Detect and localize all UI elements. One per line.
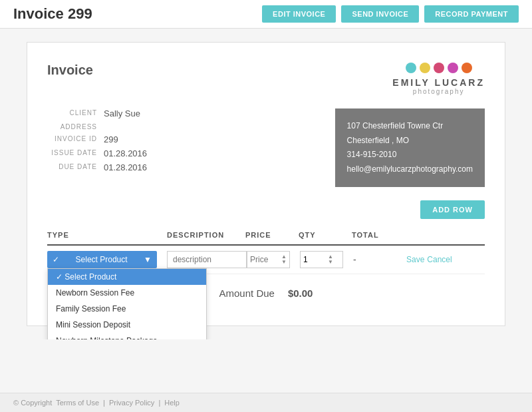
header-qty: QTY [299,231,352,239]
address-line4: hello@emilylucarzphotography.com [347,162,473,177]
total-dash: - [353,254,406,265]
qty-cell: ▲ ▼ [300,251,353,268]
save-link[interactable]: Save [406,255,424,264]
address-line3: 314-915-2010 [347,148,473,162]
type-dropdown-menu: ✓ Select Product Newborn Session Fee Fam… [47,268,207,339]
price-stepper: ▲ ▼ [247,251,290,268]
dropdown-item-newborn-milestone[interactable]: Newborn Milestone Package [48,333,206,339]
price-input[interactable] [250,255,280,264]
header-price: PRICE [245,231,299,239]
address-box: 107 Chesterfield Towne Ctr Chesterfield … [335,108,485,187]
client-info: CLIENT Sally Sue ADDRESS INVOICE ID 299 … [47,108,485,187]
dot-orange [462,63,472,73]
address-field-row: ADDRESS [47,122,147,130]
due-date-value: 01.28.2016 [104,162,147,172]
dropdown-container: ✓ Select Product ▼ ✓ Select Product Newb… [47,251,167,268]
amount-due-value: $0.00 [288,288,313,299]
chevron-down-icon: ▼ [144,255,152,264]
logo-name: EMILY LUCARZ [392,77,485,88]
dropdown-item-mini-session-deposit[interactable]: Mini Session Deposit [48,317,206,333]
logo-area: EMILY LUCARZ photography [392,63,485,95]
invoice-section-title: Invoice [47,63,93,78]
price-cell: ▲ ▼ [247,251,300,268]
due-date-field-row: DUE DATE 01.28.2016 [47,162,147,172]
header-type: TYPE [47,231,167,239]
header-actions [405,231,485,239]
price-down-arrow[interactable]: ▼ [281,260,287,265]
record-payment-button[interactable]: RECORD PAYMENT [424,5,519,23]
table-headers: TYPE DESCRIPTION PRICE QTY TOTAL [47,226,485,246]
dot-yellow [420,63,430,73]
table-row-form: ✓ Select Product ▼ ✓ Select Product Newb… [47,246,485,274]
logo-sub: photography [392,88,485,95]
address-line2: Chesterfield , MO [347,134,473,148]
checkmark-icon: ✓ [53,255,59,264]
logo-dots [392,63,485,73]
invoice-id-value: 299 [104,134,118,144]
header-total: TOTAL [352,231,405,239]
top-bar-actions: EDIT INVOICE SEND INVOICE RECORD PAYMENT [262,5,519,23]
price-stepper-arrows: ▲ ▼ [281,254,287,265]
dropdown-item-family-session-fee[interactable]: Family Session Fee [48,301,206,317]
header-description: DESCRIPTION [167,231,245,239]
top-bar: Invoice 299 EDIT INVOICE SEND INVOICE RE… [0,0,532,29]
qty-input[interactable] [303,255,327,264]
address-line1: 107 Chesterfield Towne Ctr [347,119,473,134]
dot-teal [406,63,416,73]
type-dropdown-trigger[interactable]: ✓ Select Product ▼ [47,251,157,268]
save-cancel-cell: Save Cancel [406,255,486,264]
add-row-container: ADD ROW [47,200,485,219]
client-value: Sally Sue [104,108,140,118]
invoice-id-label: INVOICE ID [47,134,104,142]
dropdown-item-newborn-session-fee[interactable]: Newborn Session Fee [48,285,206,301]
add-row-button[interactable]: ADD ROW [420,200,485,219]
invoice-header: Invoice EMILY LUCARZ photography [47,63,485,95]
due-date-label: DUE DATE [47,162,104,170]
cancel-link[interactable]: Cancel [427,255,452,264]
dropdown-item-select-product[interactable]: ✓ Select Product [48,269,206,285]
client-label: CLIENT [47,108,104,116]
send-invoice-button[interactable]: SEND INVOICE [341,5,419,23]
address-label: ADDRESS [47,122,104,130]
qty-stepper: ▲ ▼ [300,251,343,268]
qty-down-arrow[interactable]: ▼ [328,260,333,265]
amount-due-label: Amount Due [219,288,275,299]
issue-date-field-row: ISSUE DATE 01.28.2016 [47,148,147,158]
description-input[interactable] [167,251,247,268]
qty-stepper-arrows: ▲ ▼ [328,254,333,265]
client-field-row: CLIENT Sally Sue [47,108,147,118]
edit-invoice-button[interactable]: EDIT INVOICE [262,5,336,23]
page-title: Invoice 299 [13,5,92,23]
selected-product-label: Select Product [76,255,128,264]
dot-purple [448,63,458,73]
dot-red [434,63,444,73]
description-cell [167,251,247,268]
main-content: Invoice EMILY LUCARZ photography CLIENT [0,29,532,339]
issue-date-value: 01.28.2016 [104,148,147,158]
client-fields: CLIENT Sally Sue ADDRESS INVOICE ID 299 … [47,108,147,187]
issue-date-label: ISSUE DATE [47,148,104,156]
invoice-id-field-row: INVOICE ID 299 [47,134,147,144]
invoice-card: Invoice EMILY LUCARZ photography CLIENT [27,42,505,326]
